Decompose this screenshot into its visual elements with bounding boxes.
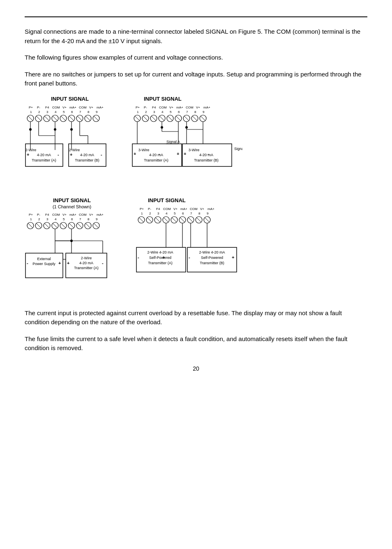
- svg-line-207: [155, 217, 160, 222]
- svg-line-162: [85, 223, 90, 228]
- wiring-diagram-left-1: P+ P- F4 COM V+ mA+ COM V+ mA+ 1 2 3 4 5…: [25, 103, 115, 185]
- svg-text:Transmitter (A): Transmitter (A): [32, 158, 56, 162]
- svg-line-90: [159, 116, 164, 121]
- svg-text:3: 3: [46, 217, 48, 221]
- svg-text:3-Wire: 3-Wire: [138, 148, 150, 152]
- svg-text:5: 5: [174, 212, 176, 215]
- svg-text:P-: P-: [148, 207, 151, 211]
- svg-text:9: 9: [96, 217, 98, 221]
- svg-text:4-20 mA: 4-20 mA: [149, 153, 163, 157]
- svg-text:+: +: [58, 261, 61, 265]
- svg-text:-: -: [102, 261, 104, 265]
- bottom-text-section: The current input is protected against c…: [25, 309, 367, 353]
- wiring-diagram-right-1: P+ P- F4 COM V+ mA+ COM V+ mA+ 1 2 3 4 5…: [131, 103, 242, 185]
- svg-text:2-Wire 4-20 mA: 2-Wire 4-20 mA: [147, 250, 173, 254]
- svg-line-84: [135, 116, 140, 121]
- svg-text:mA+: mA+: [176, 106, 183, 109]
- svg-text:Signal A: Signal A: [166, 140, 180, 144]
- svg-text:V+: V+: [89, 213, 93, 217]
- svg-point-42: [54, 128, 56, 131]
- svg-text:4: 4: [55, 217, 57, 221]
- signal-label-left-2: INPUT SIGNAL: [53, 197, 91, 203]
- diagram-right-1: INPUT SIGNAL P+ P- F4 COM V+ mA+ COM V+ …: [131, 96, 242, 185]
- svg-text:P-: P-: [144, 106, 147, 109]
- svg-line-35: [94, 116, 99, 121]
- svg-text:V+: V+: [200, 207, 204, 211]
- svg-text:8: 8: [88, 217, 90, 221]
- svg-line-152: [44, 223, 49, 228]
- svg-line-25: [53, 116, 58, 121]
- svg-text:Power Supply: Power Supply: [32, 262, 55, 266]
- svg-point-117: [185, 126, 188, 129]
- svg-text:Transmitter (B): Transmitter (B): [200, 261, 224, 265]
- svg-line-96: [184, 116, 189, 121]
- svg-line-100: [201, 116, 205, 121]
- svg-text:P+: P+: [29, 106, 33, 109]
- svg-text:3: 3: [157, 212, 159, 215]
- svg-text:1: 1: [30, 217, 32, 221]
- svg-text:5: 5: [63, 110, 65, 114]
- svg-text:2: 2: [38, 217, 40, 221]
- svg-line-219: [205, 217, 210, 222]
- svg-text:P+: P+: [136, 106, 140, 109]
- svg-text:9: 9: [207, 212, 209, 215]
- svg-line-150: [36, 223, 41, 228]
- svg-text:5: 5: [170, 110, 172, 114]
- svg-text:8: 8: [88, 110, 90, 114]
- signal-label-right-2: INPUT SIGNAL: [148, 197, 186, 203]
- svg-text:6: 6: [71, 217, 73, 221]
- svg-text:4: 4: [161, 110, 164, 114]
- svg-text:1: 1: [30, 110, 32, 114]
- svg-text:-: -: [101, 152, 102, 157]
- svg-text:4: 4: [166, 212, 168, 215]
- diagram-right-2: INPUT SIGNAL P+ P- F4 COM V+ mA+ COM V+ …: [136, 197, 247, 291]
- svg-text:V+: V+: [169, 106, 173, 109]
- svg-text:P+: P+: [29, 213, 33, 217]
- svg-text:4-20 mA: 4-20 mA: [79, 261, 93, 265]
- svg-text:mA+: mA+: [97, 106, 104, 109]
- svg-line-23: [44, 116, 49, 121]
- svg-text:2: 2: [149, 212, 151, 215]
- svg-line-19: [28, 116, 33, 121]
- paragraph-2: The following figures show examples of c…: [25, 53, 367, 62]
- svg-line-154: [53, 223, 58, 228]
- svg-text:7: 7: [190, 212, 192, 215]
- svg-text:-: -: [27, 261, 28, 265]
- svg-line-94: [176, 116, 181, 121]
- svg-text:8: 8: [198, 212, 201, 215]
- svg-text:1: 1: [141, 212, 143, 215]
- diagram-left-2: INPUT SIGNAL (1 Channel Shown) P+ P- F4 …: [25, 197, 119, 296]
- diagram-row-1: INPUT SIGNAL P+ P- F4 COM V+ mA+ COM V+ …: [25, 96, 367, 185]
- svg-text:F4: F4: [45, 106, 49, 109]
- svg-text:COM: COM: [190, 207, 198, 211]
- svg-line-203: [139, 217, 144, 222]
- svg-text:COM: COM: [163, 207, 171, 211]
- svg-text:COM: COM: [186, 106, 194, 109]
- svg-text:2-Wire 4-20 mA: 2-Wire 4-20 mA: [199, 250, 225, 254]
- svg-text:6: 6: [182, 212, 184, 215]
- svg-line-160: [77, 223, 82, 228]
- svg-line-156: [61, 223, 66, 228]
- svg-text:COM: COM: [52, 106, 60, 109]
- svg-text:V+: V+: [89, 106, 93, 109]
- svg-text:4-20 mA: 4-20 mA: [80, 153, 94, 157]
- svg-text:6: 6: [178, 110, 180, 114]
- svg-text:V+: V+: [173, 207, 178, 211]
- svg-line-164: [94, 223, 99, 228]
- diagram-row-2: INPUT SIGNAL (1 Channel Shown) P+ P- F4 …: [25, 197, 367, 296]
- svg-text:+: +: [184, 151, 186, 156]
- svg-text:+: +: [134, 151, 136, 156]
- svg-text:+: +: [27, 152, 29, 157]
- svg-text:Transmitter (A): Transmitter (A): [144, 158, 168, 162]
- paragraph-4: The current input is protected against c…: [25, 309, 367, 327]
- svg-line-86: [143, 116, 148, 121]
- page-number: 20: [25, 365, 367, 372]
- svg-line-33: [85, 116, 90, 121]
- wiring-diagram-left-2: P+ P- F4 COM V+ mA+ COM V+ mA+ 1 2 3 4 5…: [25, 210, 119, 296]
- svg-text:COM: COM: [159, 106, 167, 109]
- svg-line-217: [196, 217, 201, 222]
- svg-line-158: [69, 223, 74, 228]
- svg-text:P-: P-: [37, 213, 40, 217]
- svg-point-38: [29, 128, 32, 131]
- svg-text:F4: F4: [156, 207, 160, 211]
